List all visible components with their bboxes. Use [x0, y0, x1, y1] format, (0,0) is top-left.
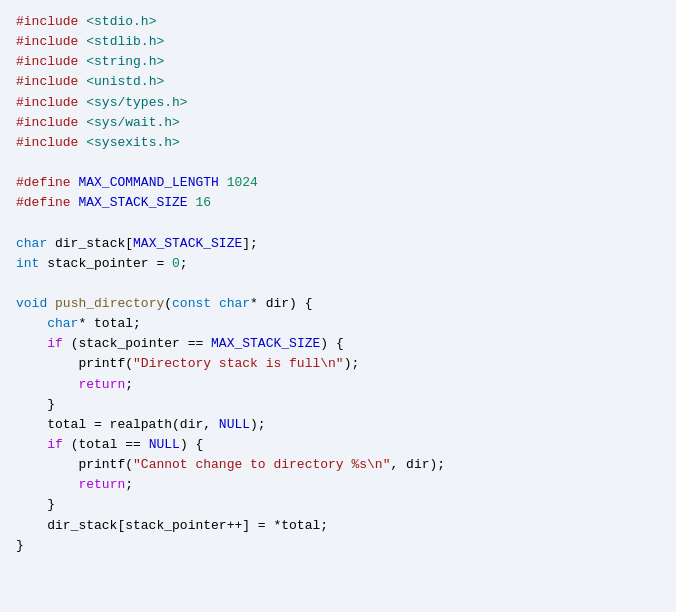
code-line: #include <stdlib.h> [16, 32, 660, 52]
code-token: MAX_STACK_SIZE [211, 336, 320, 351]
code-token: , dir); [390, 457, 445, 472]
code-token: <sys/types.h> [86, 95, 187, 110]
code-line: if (total == NULL) { [16, 435, 660, 455]
code-line: return; [16, 475, 660, 495]
code-line: char* total; [16, 314, 660, 334]
code-token: #include [16, 135, 78, 150]
code-token: if [47, 336, 63, 351]
code-token: <stdlib.h> [86, 34, 164, 49]
code-token: <string.h> [86, 54, 164, 69]
code-token [16, 377, 78, 392]
code-token [16, 336, 47, 351]
code-line: } [16, 395, 660, 415]
code-line: total = realpath(dir, NULL); [16, 415, 660, 435]
code-line: #include <sysexits.h> [16, 133, 660, 153]
code-line: #include <unistd.h> [16, 72, 660, 92]
code-token: 0 [172, 256, 180, 271]
code-token: if [47, 437, 63, 452]
code-token [47, 296, 55, 311]
code-token: void [16, 296, 47, 311]
code-token: <sysexits.h> [86, 135, 180, 150]
code-token: ); [250, 417, 266, 432]
code-token: #define [16, 175, 71, 190]
code-token: const [172, 296, 211, 311]
code-editor: #include <stdio.h>#include <stdlib.h>#in… [0, 0, 676, 612]
code-token: 1024 [227, 175, 258, 190]
code-line: int stack_pointer = 0; [16, 254, 660, 274]
code-token: } [16, 538, 24, 553]
code-token: ; [125, 477, 133, 492]
code-line: dir_stack[stack_pointer++] = *total; [16, 516, 660, 536]
code-line: #include <sys/types.h> [16, 93, 660, 113]
code-line: if (stack_pointer == MAX_STACK_SIZE) { [16, 334, 660, 354]
code-line: return; [16, 375, 660, 395]
code-token: total = realpath(dir, [16, 417, 219, 432]
code-line: #include <stdio.h> [16, 12, 660, 32]
code-token: * dir) { [250, 296, 312, 311]
code-line: printf("Directory stack is full\n"); [16, 354, 660, 374]
code-token: ); [344, 356, 360, 371]
code-line: #include <string.h> [16, 52, 660, 72]
code-token: NULL [219, 417, 250, 432]
code-line: void push_directory(const char* dir) { [16, 294, 660, 314]
code-token: <sys/wait.h> [86, 115, 180, 130]
code-token: * total; [78, 316, 140, 331]
code-token: } [16, 397, 55, 412]
code-token: return [78, 477, 125, 492]
code-token: <stdio.h> [86, 14, 156, 29]
code-empty-line [16, 213, 660, 233]
code-token: ) { [180, 437, 203, 452]
code-token: "Cannot change to directory %s\n" [133, 457, 390, 472]
code-token: #include [16, 34, 78, 49]
code-line: #include <sys/wait.h> [16, 113, 660, 133]
code-token: MAX_STACK_SIZE [78, 195, 187, 210]
code-token: stack_pointer = [39, 256, 172, 271]
code-token: <unistd.h> [86, 74, 164, 89]
code-token: "Directory stack is full\n" [133, 356, 344, 371]
code-token: printf( [16, 356, 133, 371]
code-token: #define [16, 195, 71, 210]
code-token [16, 316, 47, 331]
code-token: return [78, 377, 125, 392]
code-token: push_directory [55, 296, 164, 311]
code-token: ; [180, 256, 188, 271]
code-token: #include [16, 95, 78, 110]
code-token: (stack_pointer == [63, 336, 211, 351]
code-token: int [16, 256, 39, 271]
code-token: MAX_STACK_SIZE [133, 236, 242, 251]
code-token: char [47, 316, 78, 331]
code-token: 16 [195, 195, 211, 210]
code-token: ) { [320, 336, 343, 351]
code-token [211, 296, 219, 311]
code-token: } [16, 497, 55, 512]
code-token: #include [16, 14, 78, 29]
code-empty-line [16, 153, 660, 173]
code-empty-line [16, 274, 660, 294]
code-token: ; [125, 377, 133, 392]
code-token: NULL [149, 437, 180, 452]
code-line: char dir_stack[MAX_STACK_SIZE]; [16, 234, 660, 254]
code-line: } [16, 495, 660, 515]
code-line: } [16, 536, 660, 556]
code-token: #include [16, 115, 78, 130]
code-token: ( [164, 296, 172, 311]
code-token: (total == [63, 437, 149, 452]
code-token: ]; [242, 236, 258, 251]
code-line: printf("Cannot change to directory %s\n"… [16, 455, 660, 475]
code-token: dir_stack[ [47, 236, 133, 251]
code-token: char [219, 296, 250, 311]
code-token: #include [16, 74, 78, 89]
code-token: MAX_COMMAND_LENGTH [78, 175, 218, 190]
code-token: dir_stack[stack_pointer++] = *total; [16, 518, 328, 533]
code-line: #define MAX_COMMAND_LENGTH 1024 [16, 173, 660, 193]
code-token [16, 437, 47, 452]
code-token: char [16, 236, 47, 251]
code-token: #include [16, 54, 78, 69]
code-token: printf( [16, 457, 133, 472]
code-line: #define MAX_STACK_SIZE 16 [16, 193, 660, 213]
code-token [219, 175, 227, 190]
code-token [16, 477, 78, 492]
